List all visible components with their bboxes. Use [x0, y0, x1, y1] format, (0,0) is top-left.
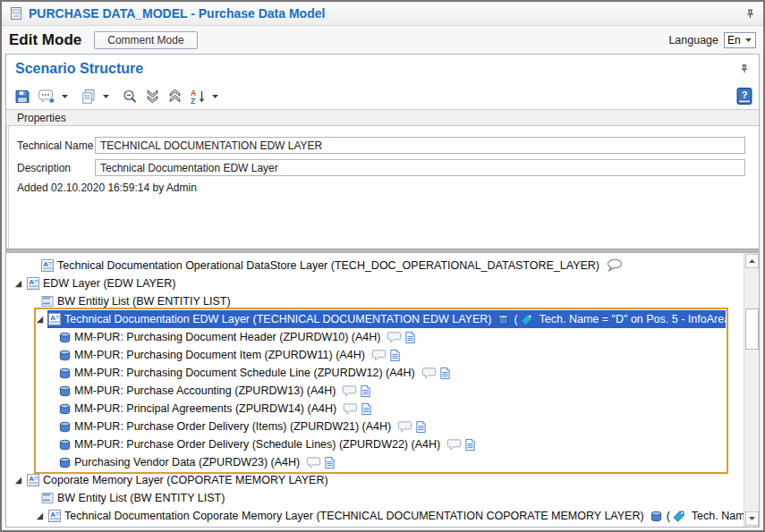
sort-az-icon: AZ	[190, 89, 206, 105]
tree-row-content: ATechnical Documentation Operational Dat…	[40, 258, 623, 273]
tree-row[interactable]: MM-PUR: Purchasing Document Schedule Lin…	[6, 364, 744, 382]
tree-row[interactable]: ATechnical Documentation Operational Dat…	[6, 257, 744, 274]
tree-row[interactable]: ATechnical Documentation Coporate Memory…	[6, 507, 744, 525]
description-input[interactable]	[95, 159, 745, 176]
doc-note-icon[interactable]	[361, 402, 372, 416]
scenario-structure-panel: Scenario Structure AZ	[5, 54, 760, 528]
tree-row-content: MM-PUR: Purchase Order Delivery (Items) …	[58, 420, 427, 434]
panel-title: Scenario Structure	[15, 61, 143, 77]
doc-note-icon[interactable]	[439, 367, 451, 380]
tree-row[interactable]: BW Entity List (BW ENTITY LIST)	[6, 489, 744, 507]
scenario-doc-icon: A	[47, 509, 62, 523]
svg-text:A: A	[50, 511, 55, 519]
comment-tool-button[interactable]	[35, 86, 58, 107]
collapse-all-button[interactable]	[165, 86, 185, 106]
language-select[interactable]: En	[724, 32, 756, 48]
sort-button[interactable]: AZ	[187, 86, 208, 107]
doc-note-icon[interactable]	[464, 438, 476, 452]
save-button[interactable]	[12, 86, 33, 107]
technical-name-input[interactable]	[95, 137, 745, 154]
tree-row-content: BW Entity List (BW ENTITY LIST)	[40, 491, 228, 505]
db-cylinder-icon	[58, 438, 72, 452]
tree-node-label: Technical Documentation EDW Layer (TECHN…	[64, 313, 491, 325]
tree-row-content: BW Entitiy List (BW ENTITIY LIST)	[40, 294, 234, 308]
scrollbar-thumb[interactable]	[745, 308, 759, 350]
help-button[interactable]: ?	[735, 87, 753, 106]
db-cylinder-icon	[58, 367, 72, 380]
tree-row-content: ATechnical Documentation EDW Layer (TECH…	[47, 310, 726, 328]
tree-node-label: MM-PUR: Purchase Order Delivery (Items) …	[74, 420, 391, 433]
speech-bubble-icon[interactable]	[387, 331, 402, 344]
speech-bubble-icon[interactable]	[397, 420, 412, 434]
tree-expander-icon[interactable]	[35, 511, 47, 521]
db-cylinder-icon	[58, 420, 72, 434]
tree-row-content: Purchasing Vendor Data (ZPURDW23) (A4H)	[58, 456, 336, 469]
language-value: En	[727, 34, 741, 46]
pin-icon[interactable]	[744, 8, 756, 20]
collapse-all-icon	[167, 89, 183, 104]
comment-balloon-icon[interactable]	[606, 258, 623, 273]
doc-note-icon[interactable]	[415, 420, 427, 434]
tree-node-label: MM-PUR: Purchase Order Delivery (Schedul…	[74, 438, 440, 451]
tree-node-label: MM-PUR: Principal Agreements (ZPURDW14) …	[74, 402, 336, 415]
search-icon	[122, 89, 138, 105]
model-document-icon	[9, 6, 23, 21]
comment-mode-button[interactable]: Comment Mode	[94, 31, 197, 49]
tree-row[interactable]: MM-PUR: Principal Agreements (ZPURDW14) …	[6, 400, 744, 418]
edit-mode-label: Edit Mode	[9, 31, 81, 49]
doc-note-icon[interactable]	[389, 349, 401, 362]
panel-pin-icon[interactable]	[739, 63, 750, 74]
toolbar: AZ ?	[6, 83, 759, 109]
doc-note-icon[interactable]	[404, 331, 416, 344]
tree-row[interactable]: Purchasing Vendor Data (ZPURDW23) (A4H)	[6, 453, 744, 471]
speech-bubble-icon[interactable]	[306, 456, 321, 469]
tree-node-label: BW Entity List (BW ENTITY LIST)	[57, 492, 225, 504]
annotation-open-paren: (	[667, 510, 670, 522]
tree-row-content: MM-PUR: Purchasing Document Item (ZPURDW…	[58, 349, 401, 362]
speech-bubble-icon[interactable]	[343, 402, 358, 416]
tree-expander-icon[interactable]	[13, 476, 26, 486]
svg-text:A: A	[50, 314, 55, 322]
tree-node-label: BW Entitiy List (BW ENTITIY LIST)	[57, 295, 231, 308]
comment-tool-dropdown[interactable]	[61, 94, 69, 99]
db-cylinder-icon	[650, 510, 663, 523]
tree-row[interactable]: MM-PUR: Purchase Order Delivery (Schedul…	[6, 435, 744, 453]
speech-bubble-icon[interactable]	[421, 367, 437, 380]
tree-expander-icon[interactable]	[35, 315, 47, 325]
help-icon: ?	[735, 87, 753, 106]
doc-note-icon[interactable]	[324, 456, 336, 469]
db-cylinder-icon	[58, 402, 72, 416]
tree-row[interactable]: BW Entitiy List (BW ENTITIY LIST)	[6, 292, 744, 310]
scenario-tree: ATechnical Documentation Operational Dat…	[6, 253, 759, 527]
annotation-open-paren: (	[514, 313, 517, 325]
tree-row[interactable]: MM-PUR: Purchase Order Delivery (Items) …	[6, 418, 744, 435]
tree-row-selected[interactable]: ATechnical Documentation EDW Layer (TECH…	[6, 310, 744, 328]
tree-row[interactable]: ACoporate Memory Layer (COPORATE MEMORY …	[6, 471, 744, 489]
tree-row-content: MM-PUR: Purchasing Document Header (ZPUR…	[58, 331, 416, 344]
scroll-up-button[interactable]	[745, 254, 759, 268]
sort-dropdown[interactable]	[211, 94, 219, 99]
doc-note-icon[interactable]	[360, 384, 371, 398]
expand-all-button[interactable]	[142, 86, 163, 106]
tree-row-content: ACoporate Memory Layer (COPORATE MEMORY …	[26, 473, 332, 487]
speech-bubble-icon[interactable]	[446, 438, 462, 452]
tree-row[interactable]: MM-PUR: Purchasing Document Header (ZPUR…	[6, 328, 744, 346]
copy-tool-button[interactable]	[78, 86, 99, 107]
tree-row[interactable]: MM-PUR: Purchasing Document Item (ZPURDW…	[6, 346, 744, 364]
search-button[interactable]	[119, 86, 140, 107]
tree-row[interactable]: MM-PUR: Purchase Accounting (ZPURDW13) (…	[6, 382, 744, 400]
copy-tool-dropdown[interactable]	[102, 94, 110, 99]
chevron-down-icon	[744, 38, 752, 43]
tree-expander-icon[interactable]	[13, 279, 26, 289]
scenario-doc-icon: A	[26, 276, 40, 291]
tree-row[interactable]: AEDW Layer (EDW LAYER)	[6, 274, 744, 292]
scroll-down-button[interactable]	[745, 511, 759, 526]
speech-bubble-icon[interactable]	[342, 384, 357, 398]
vertical-scrollbar[interactable]	[744, 253, 759, 527]
properties-tab[interactable]: Properties	[6, 109, 759, 126]
speech-bubble-icon[interactable]	[371, 349, 387, 362]
tree-row[interactable]: CM MM-PUR: Purchase Data Header (ZLSD_03…	[6, 525, 744, 527]
tree-node-label: MM-PUR: Purchasing Document Item (ZPURDW…	[74, 349, 365, 361]
tree-node-label: MM-PUR: Purchase Accounting (ZPURDW13) (…	[74, 384, 336, 397]
tree-row-content: MM-PUR: Purchasing Document Schedule Lin…	[58, 367, 451, 380]
